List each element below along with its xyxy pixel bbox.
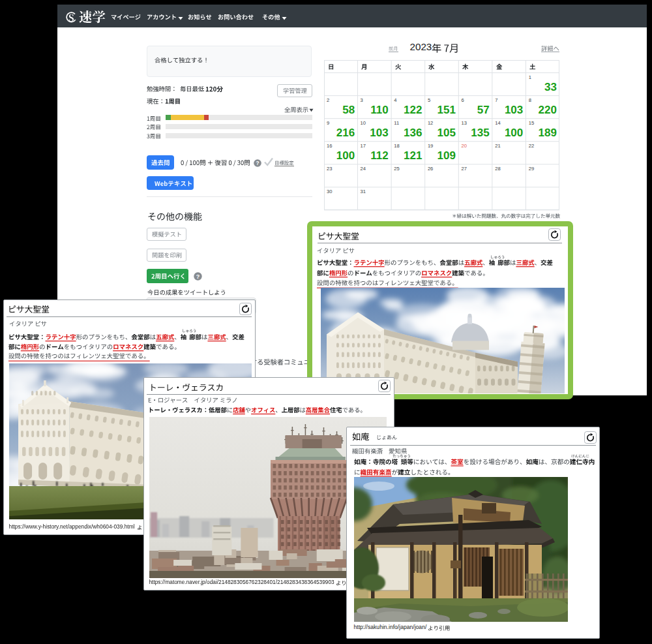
- svg-text:?: ?: [256, 160, 259, 166]
- svg-text:?: ?: [196, 273, 200, 280]
